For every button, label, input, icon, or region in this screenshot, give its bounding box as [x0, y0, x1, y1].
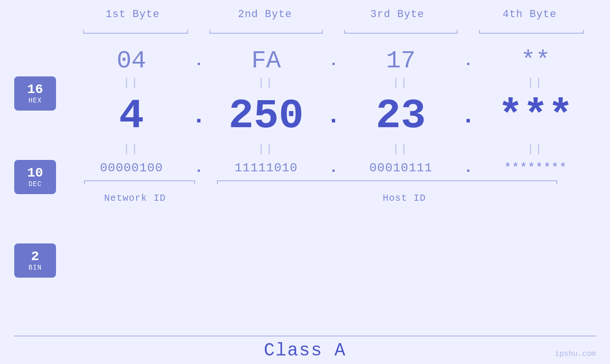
bin-byte-2: 11111010 — [206, 161, 327, 175]
dot-large-3: . — [461, 103, 475, 130]
equals-6: || — [206, 143, 327, 155]
equals-5: || — [71, 143, 192, 155]
labels-column: 16 HEX 10 DEC 2 BIN — [14, 37, 71, 331]
dec-byte-3: 23 — [341, 93, 461, 140]
dec-row: 4 . 250 . 23 . *** — [71, 93, 596, 140]
id-labels-row: Network ID Host ID — [71, 193, 596, 204]
hex-badge: 16 HEX — [14, 76, 56, 111]
equals-7: || — [341, 143, 461, 155]
watermark: ipshu.com — [555, 350, 596, 358]
byte-headers: 1st Byte 2nd Byte 3rd Byte 4th Byte — [66, 0, 596, 20]
dec-badge: 10 DEC — [14, 160, 56, 194]
main-container: 1st Byte 2nd Byte 3rd Byte 4th Byte — [0, 0, 610, 364]
host-id-label: Host ID — [213, 193, 596, 204]
dec-number: 10 — [27, 166, 43, 181]
hex-byte-1: 04 — [71, 47, 192, 75]
class-label: Class A — [264, 340, 347, 361]
hex-byte-2: FA — [206, 47, 327, 75]
byte-header-2: 2nd Byte — [199, 9, 331, 20]
hex-byte-4: ** — [475, 47, 596, 75]
hex-label: HEX — [28, 97, 42, 104]
class-section: Class A — [14, 336, 596, 364]
bin-dot-1: . — [192, 159, 206, 177]
equals-2: || — [206, 77, 327, 89]
dec-byte-2: 250 — [206, 93, 327, 140]
equals-row-2: || || || || — [71, 143, 596, 155]
equals-3: || — [341, 77, 461, 89]
byte-header-3: 3rd Byte — [331, 9, 464, 20]
bin-byte-1: 00000100 — [71, 161, 192, 175]
hex-row: 04 . FA . 17 . ** — [71, 47, 596, 75]
byte-header-4: 4th Byte — [463, 9, 596, 20]
equals-4: || — [475, 77, 596, 89]
dot-large-2: . — [327, 103, 341, 130]
bin-label: BIN — [28, 264, 42, 271]
hex-byte-3: 17 — [341, 47, 461, 75]
equals-row-1: || || || || — [71, 77, 596, 89]
dot-large-1: . — [192, 103, 206, 130]
dot-sep-1: . — [192, 52, 206, 70]
bin-byte-3: 00010111 — [341, 161, 461, 175]
dot-sep-2: . — [327, 52, 341, 70]
byte-header-1: 1st Byte — [66, 9, 199, 20]
dec-label: DEC — [28, 180, 42, 188]
equals-1: || — [71, 77, 192, 89]
bin-byte-4: ******** — [475, 161, 596, 175]
bin-badge: 2 BIN — [14, 243, 56, 278]
hex-number: 16 — [27, 83, 43, 97]
dec-byte-1: 4 — [71, 93, 192, 140]
dec-byte-4: *** — [475, 93, 596, 140]
bin-row: 00000100 . 11111010 . 00010111 . *******… — [71, 159, 596, 177]
bin-number: 2 — [31, 250, 39, 264]
data-columns: 04 . FA . 17 . ** || || — [71, 37, 596, 331]
equals-8: || — [475, 143, 596, 155]
bin-dot-3: . — [461, 159, 475, 177]
network-id-label: Network ID — [71, 193, 199, 204]
main-area: 16 HEX 10 DEC 2 BIN 04 . FA — [14, 37, 596, 331]
dot-sep-3: . — [461, 52, 475, 70]
bin-dot-2: . — [327, 159, 341, 177]
